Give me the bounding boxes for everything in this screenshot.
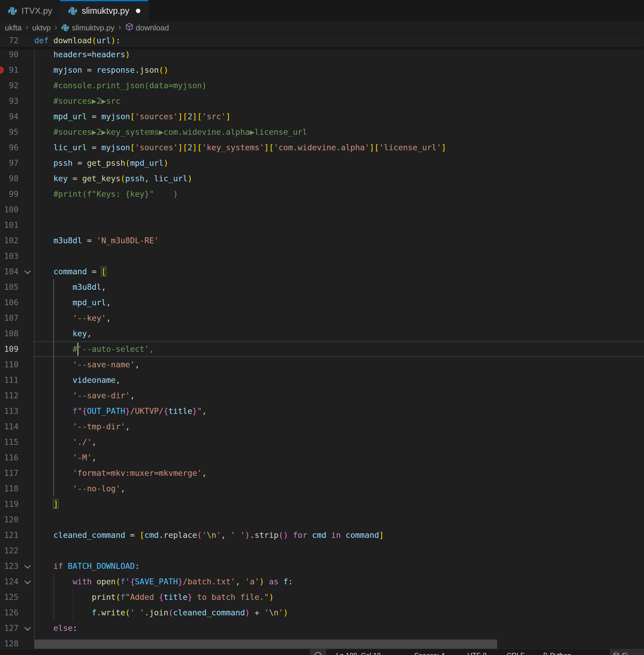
line-number[interactable]: 117: [0, 466, 19, 481]
line-number[interactable]: 92: [0, 78, 19, 93]
line-number[interactable]: 115: [0, 434, 19, 450]
code-row[interactable]: 90 headers=headers): [0, 47, 644, 62]
code-line[interactable]: 'format=mkv:muxer=mkvmerge',: [34, 466, 207, 481]
status-icon-box[interactable]: [310, 649, 326, 655]
code-line[interactable]: '--key',: [34, 310, 111, 326]
horizontal-scrollbar[interactable]: [34, 639, 497, 649]
code-row[interactable]: 112 '--save-dir',: [0, 388, 644, 403]
breadcrumb-symbol[interactable]: download: [125, 23, 169, 33]
line-number[interactable]: 94: [0, 109, 19, 124]
code-row[interactable]: 118 '--no-log',: [0, 481, 644, 496]
code-row[interactable]: 120: [0, 512, 644, 527]
code-row[interactable]: 106 mpd_url,: [0, 295, 644, 310]
line-number[interactable]: 102: [0, 233, 19, 248]
status-indentation[interactable]: Spaces: 4: [414, 649, 445, 655]
code-row[interactable]: 125 print(f"Added {title} to batch file.…: [0, 589, 644, 605]
code-line[interactable]: #sources▶2▶key_systems▶com.widevine.alph…: [34, 124, 307, 140]
code-line[interactable]: with open(f'{SAVE_PATH}/batch.txt', 'a')…: [34, 574, 293, 589]
line-number[interactable]: 104: [0, 264, 19, 279]
code-line[interactable]: '--save-dir',: [34, 388, 135, 403]
line-number[interactable]: 98: [0, 171, 19, 186]
code-row[interactable]: 117 'format=mkv:muxer=mkvmerge',: [0, 466, 644, 481]
code-row[interactable]: 127 else:: [0, 620, 644, 636]
breadcrumb-file[interactable]: slimuktvp.py: [61, 23, 114, 32]
code-line[interactable]: '--no-log',: [34, 481, 125, 496]
line-number[interactable]: 109: [0, 341, 19, 357]
line-number[interactable]: 99: [0, 186, 19, 202]
line-number[interactable]: 111: [0, 372, 19, 388]
fold-chevron-down-icon[interactable]: [21, 574, 33, 589]
code-row[interactable]: 124 with open(f'{SAVE_PATH}/batch.txt', …: [0, 574, 644, 589]
code-row[interactable]: 91 myjson = response.json(): [0, 62, 644, 78]
line-number[interactable]: 114: [0, 419, 19, 434]
fold-chevron-down-icon[interactable]: [21, 558, 33, 574]
code-row[interactable]: 93 #sources▶2▶src: [0, 93, 644, 109]
code-line[interactable]: pssh = get_pssh(mpd_url): [34, 155, 168, 171]
code-row[interactable]: 103: [0, 248, 644, 264]
line-number[interactable]: 120: [0, 512, 19, 527]
code-row[interactable]: 123 if BATCH_DOWNLOAD:: [0, 558, 644, 574]
line-number[interactable]: 122: [0, 543, 19, 558]
code-line[interactable]: else:: [34, 620, 77, 636]
code-line[interactable]: m3u8dl = 'N_m3u8DL-RE': [34, 233, 159, 248]
code-line[interactable]: #print(f"Keys: {key}" ): [34, 186, 178, 202]
code-line[interactable]: videoname,: [34, 372, 120, 388]
code-line[interactable]: mpd_url = myjson['sources'][2]['src']: [34, 109, 231, 124]
code-editor[interactable]: 90 headers=headers)91 myjson = response.…: [0, 47, 644, 655]
code-line[interactable]: mpd_url,: [34, 295, 111, 310]
code-row[interactable]: 96 lic_url = myjson['sources'][2]['key_s…: [0, 140, 644, 155]
line-number[interactable]: 103: [0, 248, 19, 264]
code-row[interactable]: 100: [0, 202, 644, 217]
line-number[interactable]: 121: [0, 527, 19, 543]
line-number[interactable]: 110: [0, 357, 19, 372]
code-line[interactable]: myjson = response.json(): [34, 62, 168, 78]
code-line[interactable]: print(f"Added {title} to batch file."): [34, 589, 274, 605]
code-row[interactable]: 109 #'--auto-select',: [0, 341, 644, 357]
tab-slimuktvp[interactable]: slimuktvp.py: [60, 0, 148, 22]
sticky-scroll-line[interactable]: 72 def download(url):: [0, 34, 644, 47]
line-number[interactable]: 123: [0, 558, 19, 574]
line-number[interactable]: 107: [0, 310, 19, 326]
line-number[interactable]: 125: [0, 589, 19, 605]
code-line[interactable]: cleaned_command = [cmd.replace('\n', ' '…: [34, 527, 384, 543]
line-number[interactable]: 126: [0, 605, 19, 620]
line-number[interactable]: 112: [0, 388, 19, 403]
line-number[interactable]: 118: [0, 481, 19, 496]
code-line[interactable]: if BATCH_DOWNLOAD:: [34, 558, 140, 574]
line-number[interactable]: 100: [0, 202, 19, 217]
code-line[interactable]: '--save-name',: [34, 357, 140, 372]
code-line[interactable]: #console.print_json(data=myjson): [34, 78, 207, 93]
code-line[interactable]: command = [: [34, 264, 106, 279]
code-row[interactable]: 107 '--key',: [0, 310, 644, 326]
code-row[interactable]: 98 key = get_keys(pssh, lic_url): [0, 171, 644, 186]
code-row[interactable]: 95 #sources▶2▶key_systems▶com.widevine.a…: [0, 124, 644, 140]
modified-dot-icon[interactable]: [136, 9, 140, 13]
code-row[interactable]: 92 #console.print_json(data=myjson): [0, 78, 644, 93]
code-row[interactable]: 110 '--save-name',: [0, 357, 644, 372]
status-eol[interactable]: CRLF: [507, 649, 525, 655]
code-row[interactable]: 111 videoname,: [0, 372, 644, 388]
code-row[interactable]: 99 #print(f"Keys: {key}" ): [0, 186, 644, 202]
code-line[interactable]: ]: [34, 496, 58, 512]
line-number[interactable]: 124: [0, 574, 19, 589]
tab-itvx[interactable]: ITVX.py: [0, 0, 60, 22]
code-row[interactable]: 115 './',: [0, 434, 644, 450]
status-right-item[interactable]: Ⓜ Si: [610, 649, 644, 655]
code-line[interactable]: f.write(' '.join(cleaned_command) + '\n'…: [34, 605, 288, 620]
code-line[interactable]: m3u8dl,: [34, 279, 106, 295]
code-line[interactable]: '--tmp-dir',: [34, 419, 130, 434]
line-number[interactable]: 93: [0, 93, 19, 109]
code-row[interactable]: 122: [0, 543, 644, 558]
code-row[interactable]: 104 command = [: [0, 264, 644, 279]
status-language[interactable]: {} Python: [543, 649, 571, 655]
code-row[interactable]: 121 cleaned_command = [cmd.replace('\n',…: [0, 527, 644, 543]
code-row[interactable]: 116 '-M',: [0, 450, 644, 466]
code-row[interactable]: 119 ]: [0, 496, 644, 512]
line-number[interactable]: 113: [0, 403, 19, 419]
line-number[interactable]: 108: [0, 326, 19, 341]
code-row[interactable]: 105 m3u8dl,: [0, 279, 644, 295]
line-number[interactable]: 101: [0, 217, 19, 233]
code-line[interactable]: def download(url):: [34, 34, 120, 47]
fold-chevron-down-icon[interactable]: [21, 620, 33, 636]
code-line[interactable]: key = get_keys(pssh, lic_url): [34, 171, 192, 186]
